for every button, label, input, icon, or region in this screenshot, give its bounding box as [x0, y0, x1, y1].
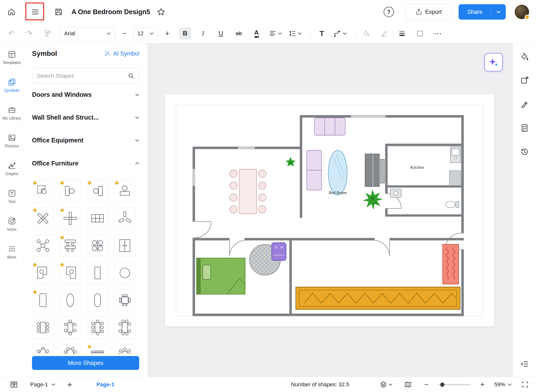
- sidebar-item-symbols[interactable]: Symbols: [0, 75, 24, 103]
- sofa-side[interactable]: [307, 150, 322, 190]
- canvas-area[interactable]: Bed Room Kitchen: [148, 43, 513, 377]
- symbol-cell-cluster-y[interactable]: [114, 207, 136, 229]
- home-button[interactable]: [5, 5, 18, 18]
- symbol-cell-desk-left[interactable]: [87, 180, 108, 202]
- page-tab-active[interactable]: Page-1: [97, 381, 114, 388]
- underline-button[interactable]: U: [215, 28, 227, 39]
- symbol-cell-square-table-chairs[interactable]: [114, 289, 136, 311]
- dining-table-set[interactable]: [230, 169, 266, 214]
- notes-panel-button[interactable]: [518, 122, 531, 134]
- favorite-button[interactable]: [155, 5, 168, 18]
- minimap-button[interactable]: [402, 378, 414, 391]
- more-format-options-button[interactable]: ⋯: [432, 28, 444, 39]
- text-align-button[interactable]: [267, 28, 284, 39]
- zoom-out-button[interactable]: −: [421, 379, 431, 391]
- zoom-slider-knob[interactable]: [440, 383, 444, 387]
- symbol-cell-rect-table-v[interactable]: [32, 289, 54, 311]
- share-button[interactable]: Share: [459, 4, 506, 20]
- bold-button[interactable]: B: [179, 28, 191, 39]
- strikethrough-button[interactable]: ab: [233, 28, 245, 39]
- sofa-top[interactable]: [314, 118, 345, 135]
- symbol-cell-round-8[interactable]: [114, 344, 136, 354]
- more-shapes-button[interactable]: More Shapes: [32, 356, 139, 370]
- symbol-cell-cluster-six[interactable]: [87, 207, 108, 229]
- doors[interactable]: [195, 194, 461, 257]
- zoom-level-select[interactable]: 59%: [494, 381, 512, 388]
- add-page-button[interactable]: +: [65, 380, 74, 390]
- format-style-button[interactable]: [518, 50, 531, 63]
- kitchen-counter[interactable]: [449, 171, 461, 186]
- symbol-cell-rect-table[interactable]: [87, 262, 108, 284]
- redo-button[interactable]: ↷: [23, 28, 35, 39]
- kitchen-sink[interactable]: [450, 147, 461, 163]
- bed[interactable]: [197, 258, 245, 294]
- search-input[interactable]: [37, 73, 128, 79]
- zoom-slider[interactable]: [438, 384, 470, 385]
- line-color-button[interactable]: [378, 28, 390, 39]
- windows[interactable]: [193, 115, 386, 186]
- wardrobe[interactable]: [365, 154, 384, 187]
- line-spacing-button[interactable]: [287, 28, 304, 39]
- font-color-button[interactable]: A: [251, 28, 263, 39]
- symbol-cell-l-desk[interactable]: [32, 180, 54, 202]
- layers-button[interactable]: [378, 379, 395, 391]
- fullscreen-button[interactable]: [519, 378, 532, 391]
- symbol-cell-round-table[interactable]: [114, 262, 136, 284]
- symbol-cell-oval-8[interactable]: [59, 344, 81, 354]
- line-style-button[interactable]: [414, 28, 426, 39]
- symbol-section-wall-shell[interactable]: Wall Shell and Struct...: [32, 106, 139, 129]
- outline-toggle-button[interactable]: [518, 358, 531, 370]
- ai-assistant-button[interactable]: [484, 53, 503, 71]
- bath-sink[interactable]: [390, 189, 401, 197]
- font-size-select[interactable]: 12: [133, 27, 158, 40]
- plant-large[interactable]: [363, 190, 383, 210]
- symbol-cell-corner-unit-b[interactable]: [59, 262, 81, 284]
- plant-small[interactable]: [286, 157, 296, 166]
- symbol-cell-cabinet[interactable]: [114, 235, 136, 257]
- sidebar-item-my-library[interactable]: My Library: [0, 103, 24, 131]
- symbol-cell-desk-right[interactable]: [59, 180, 81, 202]
- symbol-section-office-furniture[interactable]: Office Furniture: [32, 152, 139, 175]
- sidebar-item-pictures[interactable]: Pictures: [0, 131, 24, 159]
- symbol-cell-capsule-table[interactable]: [87, 289, 108, 311]
- symbol-cell-banquet[interactable]: [87, 344, 108, 354]
- symbol-cell-table-8a[interactable]: [59, 317, 81, 338]
- symbol-cell-cluster-x[interactable]: [32, 207, 54, 229]
- insert-panel-button[interactable]: [518, 74, 531, 87]
- avatar[interactable]: [515, 5, 529, 19]
- font-family-select[interactable]: Arial: [60, 27, 115, 40]
- symbol-section-doors-and-windows[interactable]: Doors and Windows: [32, 83, 139, 106]
- connector-button[interactable]: [332, 28, 349, 39]
- symbol-cell-cluster-round[interactable]: [87, 235, 108, 257]
- armchair[interactable]: [272, 243, 286, 261]
- drawing-page[interactable]: Bed Room Kitchen: [165, 94, 494, 327]
- font-size-decrease-button[interactable]: −: [118, 28, 130, 39]
- sidebar-item-templates[interactable]: Templates: [0, 48, 24, 75]
- line-weight-button[interactable]: [396, 28, 408, 39]
- history-panel-button[interactable]: [518, 145, 531, 158]
- symbol-cell-training-tables[interactable]: [59, 235, 81, 257]
- sidebar-item-icons[interactable]: Icons: [0, 214, 24, 242]
- symbol-cell-star-table[interactable]: [32, 235, 54, 257]
- symbol-section-office-equipment[interactable]: Office Equipment: [32, 129, 139, 152]
- export-button[interactable]: Export: [405, 4, 452, 20]
- symbol-cell-table-8b[interactable]: [87, 317, 108, 338]
- undo-button[interactable]: ↶: [5, 28, 17, 39]
- share-dropdown-button[interactable]: [491, 11, 506, 13]
- save-button[interactable]: [52, 5, 65, 18]
- theme-style-button[interactable]: [518, 98, 531, 111]
- floor-plan[interactable]: Bed Room Kitchen: [165, 94, 494, 327]
- symbol-cell-oval-6[interactable]: [32, 344, 54, 354]
- symbol-cell-cluster-plus[interactable]: [59, 207, 81, 229]
- insert-text-button[interactable]: T: [316, 28, 328, 39]
- pages-panel-button[interactable]: [7, 378, 20, 391]
- shelf-unit[interactable]: [443, 244, 459, 284]
- oval-mirror[interactable]: [328, 150, 347, 195]
- help-button[interactable]: ?: [384, 7, 394, 17]
- fill-color-button[interactable]: [360, 28, 372, 39]
- symbol-cell-table-8c[interactable]: [114, 317, 136, 338]
- main-menu-button[interactable]: [29, 5, 42, 18]
- symbol-cell-table-6[interactable]: [32, 317, 54, 338]
- toilet[interactable]: [445, 201, 459, 208]
- format-painter-button[interactable]: [41, 28, 53, 39]
